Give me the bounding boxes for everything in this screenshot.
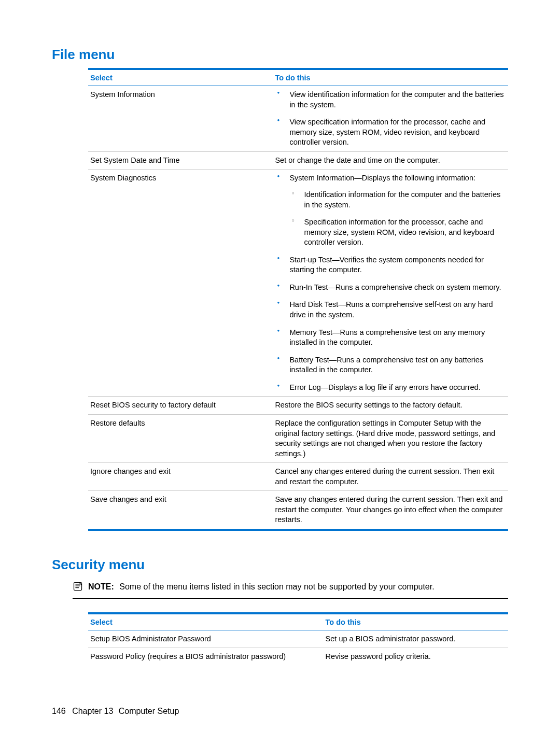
file-menu-table-wrap: Select To do this System Information Vie…	[88, 68, 508, 531]
cell-select: Restore defaults	[88, 414, 273, 462]
col-todo: To do this	[324, 613, 508, 630]
table-row: Setup BIOS Administrator Password Set up…	[88, 630, 508, 648]
cell-todo: View identification information for the …	[273, 86, 508, 152]
chapter-label: Chapter 13	[72, 707, 113, 715]
cell-select: System Information	[88, 86, 273, 152]
bullet-list: System Information—Displays the followin…	[275, 173, 506, 392]
heading-security-menu: Security menu	[52, 557, 508, 573]
cell-select: Save changes and exit	[88, 491, 273, 530]
sublist: Identification information for the compu…	[289, 190, 506, 248]
cell-select: Password Policy (requires a BIOS adminis…	[88, 648, 324, 666]
table-row: Reset BIOS security to factory default R…	[88, 397, 508, 415]
col-todo: To do this	[273, 69, 508, 86]
col-select: Select	[88, 69, 273, 86]
list-item: System Information—Displays the followin…	[275, 173, 506, 247]
cell-todo: Set up a BIOS administrator password.	[324, 630, 508, 648]
note-text: NOTE: Some of the menu items listed in t…	[88, 581, 508, 593]
table-row: System Information View identification i…	[88, 86, 508, 152]
list-item: Battery Test—Runs a comprehensive test o…	[275, 355, 506, 375]
table-row: Restore defaults Replace the configurati…	[88, 414, 508, 462]
note-body: Some of the menu items listed in this se…	[119, 582, 434, 591]
note-label: NOTE:	[88, 582, 114, 591]
table-row: Password Policy (requires a BIOS adminis…	[88, 648, 508, 666]
cell-todo: Restore the BIOS security settings to th…	[273, 397, 508, 415]
cell-select: System Diagnostics	[88, 170, 273, 397]
cell-select: Ignore changes and exit	[88, 463, 273, 491]
list-item: Error Log—Displays a log file if any err…	[275, 383, 506, 393]
list-item: Hard Disk Test—Runs a comprehensive self…	[275, 300, 506, 320]
file-menu-table: Select To do this System Information Vie…	[88, 68, 508, 531]
list-item: Start-up Test—Verifies the system compon…	[275, 255, 506, 275]
table-row: Save changes and exit Save any changes e…	[88, 491, 508, 530]
chapter-title: Computer Setup	[119, 707, 179, 715]
list-item: Specification information for the proces…	[289, 217, 506, 248]
page-footer: 146 Chapter 13 Computer Setup	[52, 707, 179, 716]
list-item: Identification information for the compu…	[289, 190, 506, 210]
bullet-list: View identification information for the …	[275, 90, 506, 148]
page-number: 146	[52, 707, 66, 715]
security-menu-table: Select To do this Setup BIOS Administrat…	[88, 612, 508, 666]
cell-select: Setup BIOS Administrator Password	[88, 630, 324, 648]
table-row: Set System Date and Time Set or change t…	[88, 151, 508, 170]
cell-todo: Replace the configuration settings in Co…	[273, 414, 508, 462]
table-row: System Diagnostics System Information—Di…	[88, 170, 508, 397]
col-select: Select	[88, 613, 324, 630]
cell-select: Reset BIOS security to factory default	[88, 397, 273, 415]
list-item: View specification information for the p…	[275, 117, 506, 148]
list-item-text: System Information—Displays the followin…	[289, 174, 475, 182]
cell-todo: Set or change the date and time on the c…	[273, 151, 508, 170]
cell-select: Set System Date and Time	[88, 151, 273, 170]
security-menu-table-wrap: Select To do this Setup BIOS Administrat…	[88, 612, 508, 666]
heading-file-menu: File menu	[52, 47, 508, 63]
table-row: Ignore changes and exit Cancel any chang…	[88, 463, 508, 491]
cell-todo: Cancel any changes entered during the cu…	[273, 463, 508, 491]
note-callout: NOTE: Some of the menu items listed in t…	[73, 578, 508, 599]
list-item: Run-In Test—Runs a comprehensive check o…	[275, 283, 506, 293]
cell-todo: Save any changes entered during the curr…	[273, 491, 508, 530]
note-icon	[73, 581, 83, 592]
cell-todo: System Information—Displays the followin…	[273, 170, 508, 397]
list-item: Memory Test—Runs a comprehensive test on…	[275, 328, 506, 348]
cell-todo: Revise password policy criteria.	[324, 648, 508, 666]
list-item: View identification information for the …	[275, 90, 506, 110]
